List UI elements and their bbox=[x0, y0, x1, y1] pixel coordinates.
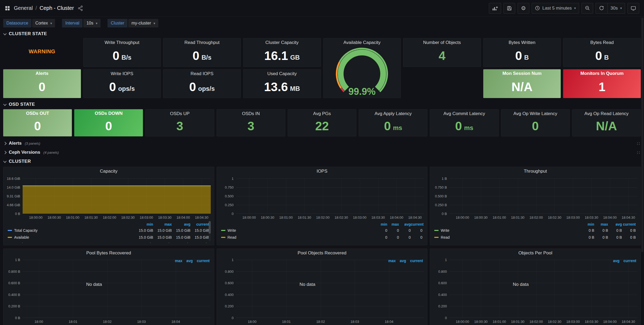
legend-row: Total Capacity15.0 GiB15.0 GiB15.0 GiB15… bbox=[8, 227, 209, 234]
y-tick-label: 0.750 B bbox=[435, 185, 447, 189]
panel-bytes-written: Bytes Written 0B bbox=[483, 38, 561, 67]
legend-series-name[interactable]: Write bbox=[441, 228, 449, 233]
section-cluster[interactable]: CLUSTER bbox=[4, 158, 640, 165]
panel-title[interactable]: Pool Bytes Recovered bbox=[7, 249, 211, 257]
breadcrumb-folder[interactable]: General bbox=[14, 5, 33, 11]
legend-series-name[interactable]: Total Capacity bbox=[14, 228, 38, 233]
zoom-out-button[interactable] bbox=[581, 3, 593, 14]
panel-title[interactable]: Cluster Capacity bbox=[243, 38, 321, 47]
panel-read-iops: Read IOPS 0ops/s bbox=[163, 69, 241, 98]
panel-title[interactable]: OSDs DOWN bbox=[74, 109, 143, 117]
legend-series-name[interactable]: Available bbox=[14, 235, 29, 239]
legend-sort-max[interactable]: max bbox=[594, 222, 608, 226]
chart-area: 10.8000.6000.4000.2000 No data 18:0018:0… bbox=[220, 260, 424, 324]
section-osd-state[interactable]: OSD STATE bbox=[4, 101, 640, 108]
legend-sort-current[interactable]: current bbox=[411, 222, 422, 226]
y-tick-label: 0.600 B bbox=[8, 281, 20, 285]
panel-title[interactable]: Pool Objects Recovered bbox=[220, 249, 424, 257]
panel-title[interactable]: Bytes Read bbox=[563, 38, 641, 47]
panel-title[interactable]: Write Throughput bbox=[84, 38, 161, 47]
legend-swatch bbox=[434, 230, 439, 231]
legend-value-current: 0 B bbox=[622, 228, 636, 233]
row-ceph-versions[interactable]: Ceph Versions (4 panels) bbox=[4, 149, 640, 156]
legend-sort-current[interactable]: current bbox=[622, 222, 636, 226]
panel-title[interactable]: Avg Op Write Latency bbox=[501, 109, 569, 118]
panel-alerts: Alerts 0 bbox=[3, 69, 81, 98]
save-button[interactable] bbox=[503, 3, 515, 14]
panel-title[interactable]: Objects Per Pool bbox=[433, 249, 637, 257]
legend-series-name[interactable]: Read bbox=[441, 235, 449, 239]
legend-sort-min[interactable]: min bbox=[580, 222, 594, 226]
legend-sort-avg[interactable]: avg bbox=[399, 222, 411, 226]
panel-title[interactable]: IOPS bbox=[220, 167, 424, 175]
legend-sort-current[interactable]: current bbox=[191, 222, 209, 226]
x-tick-label: 18:00:30 bbox=[474, 216, 488, 220]
panel-title[interactable]: Bytes Written bbox=[484, 38, 561, 47]
stat-unit: B bbox=[524, 50, 529, 61]
panel-title[interactable]: Alerts bbox=[3, 69, 81, 78]
panel-title[interactable]: Monitors In Quorum bbox=[563, 69, 641, 78]
panel-title[interactable]: Write IOPS bbox=[84, 70, 161, 78]
variable-interval: Interval 10s▾ bbox=[62, 19, 101, 27]
legend-row: Read0000 bbox=[221, 234, 423, 241]
legend-sort-min[interactable]: min bbox=[375, 222, 387, 226]
panel-title[interactable]: Throughput bbox=[433, 167, 637, 175]
gridline-v bbox=[463, 260, 463, 318]
stat-value: 0 bbox=[74, 117, 143, 136]
refresh-button[interactable] bbox=[596, 3, 607, 14]
legend-sort-avg[interactable]: avg bbox=[608, 222, 622, 226]
panel-title[interactable]: Capacity bbox=[7, 167, 211, 175]
panel-title[interactable]: Number of Objects bbox=[403, 38, 481, 47]
legend-series-name[interactable]: Read bbox=[228, 235, 236, 239]
x-tick-label: 18:03:30 bbox=[585, 320, 598, 324]
panel-title[interactable]: Available Capacity bbox=[324, 38, 401, 47]
legend-sort-avg[interactable]: avg bbox=[172, 222, 191, 226]
panel-title[interactable]: Read Throughput bbox=[163, 38, 241, 47]
panel-title[interactable]: OSDs IN bbox=[217, 109, 285, 118]
section-cluster-state[interactable]: CLUSTER STATE bbox=[4, 31, 640, 37]
legend-sort-max[interactable]: max bbox=[387, 222, 399, 226]
row-alerts[interactable]: Alerts (3 panels) bbox=[4, 140, 640, 147]
refresh-interval-button[interactable]: 30s ▾ bbox=[607, 3, 625, 14]
panel-title[interactable]: Avg Op Read Latency bbox=[572, 109, 641, 118]
panel-title[interactable]: Mon Session Num bbox=[483, 69, 561, 78]
panel-title[interactable]: Used Capacity bbox=[243, 70, 321, 78]
settings-button[interactable]: ⚙ bbox=[518, 3, 529, 14]
panel-title[interactable]: Read IOPS bbox=[163, 70, 241, 78]
legend-sort-max[interactable]: max bbox=[153, 222, 172, 226]
x-axis: 18:00:0018:00:3018:01:0018:01:3018:02:00… bbox=[449, 214, 637, 220]
refresh-icon bbox=[599, 6, 604, 11]
panel-title[interactable]: OSDs UP bbox=[146, 109, 214, 118]
legend-series: Read bbox=[434, 235, 580, 239]
legend-sort-min[interactable]: min bbox=[135, 222, 153, 226]
drag-handle[interactable] bbox=[636, 151, 640, 154]
chevron-down-icon bbox=[3, 32, 7, 35]
drag-handle[interactable] bbox=[636, 142, 640, 145]
gridline-v bbox=[610, 178, 610, 214]
panel-title[interactable]: Avg Commit Latency bbox=[430, 109, 498, 118]
gridline-v bbox=[355, 260, 355, 318]
variable-value-dropdown[interactable]: 10s▾ bbox=[83, 19, 101, 27]
panel-title[interactable]: OSDs OUT bbox=[3, 109, 72, 117]
legend-scrollbar[interactable] bbox=[209, 221, 211, 241]
gridline-h bbox=[449, 306, 637, 306]
variable-value-dropdown[interactable]: my-cluster▾ bbox=[128, 19, 158, 27]
legend-value-max: 0 B bbox=[594, 235, 608, 239]
plot-area: No data bbox=[236, 260, 424, 318]
time-picker-button[interactable]: Last 5 minutes ▾ bbox=[532, 3, 579, 14]
x-tick-label: 18:03:00 bbox=[140, 216, 153, 220]
x-tick-label: 18:02:30 bbox=[335, 216, 348, 220]
share-icon[interactable] bbox=[78, 5, 83, 11]
panel-title[interactable]: Avg Apply Latency bbox=[359, 109, 427, 118]
panel-title[interactable]: Avg PGs bbox=[288, 109, 356, 118]
kiosk-button[interactable] bbox=[628, 3, 639, 14]
legend-value-avg: 15.0 GiB bbox=[172, 235, 191, 239]
variable-value-dropdown[interactable]: Cortex▾ bbox=[32, 19, 55, 27]
legend-scrollbar-thumb[interactable] bbox=[209, 221, 211, 234]
x-tick-label: 18:01:30 bbox=[511, 320, 525, 324]
legend-series-name[interactable]: Write bbox=[228, 228, 236, 233]
add-panel-button[interactable] bbox=[489, 3, 501, 14]
legend-series-name[interactable]: Used bbox=[14, 242, 23, 243]
apps-grid-icon[interactable] bbox=[5, 6, 10, 11]
page-scrollbar[interactable] bbox=[641, 18, 643, 252]
